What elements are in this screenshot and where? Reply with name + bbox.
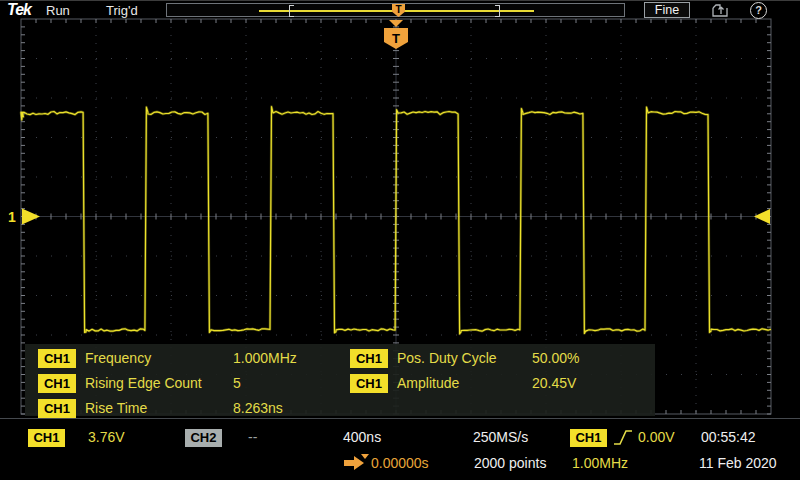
channel1-position-marker[interactable] <box>22 209 40 225</box>
trigger-flag-letter: T <box>392 31 400 46</box>
measurement-value: 1.000MHz <box>233 350 297 366</box>
horizontal-position-readout[interactable]: 0.00000s <box>371 455 429 471</box>
trigger-level-marker[interactable] <box>754 209 770 224</box>
date-readout: 11 Feb 2020 <box>699 455 777 471</box>
rising-edge-slope-icon[interactable] <box>611 428 634 447</box>
measurement-label: Rise Time <box>85 400 147 416</box>
channel-badge: CH1 <box>38 399 76 418</box>
measurement-value: 20.45V <box>532 375 576 391</box>
ch2-readout-badge[interactable]: CH2 <box>185 429 222 447</box>
channel-badge: CH1 <box>38 349 76 368</box>
clock-time: 00:55:42 <box>701 429 756 445</box>
help-icon[interactable]: ? <box>750 2 767 19</box>
measurement-column-right: CH1 Pos. Duty Cycle 50.00% CH1 Amplitude… <box>350 344 650 416</box>
trigger-position-marker-icon[interactable]: T <box>392 4 405 17</box>
measurement-row[interactable]: CH1 Rise Time 8.263ns <box>38 399 338 418</box>
measurement-row[interactable]: CH1 Amplitude 20.45V <box>350 374 650 393</box>
measurement-row[interactable]: CH1 Pos. Duty Cycle 50.00% <box>350 349 650 368</box>
window-bracket-right <box>495 5 500 17</box>
horizontal-position-arrow-icon <box>342 454 369 471</box>
measurement-panel: CH1 Frequency 1.000MHz CH1 Rising Edge C… <box>25 344 655 416</box>
measurement-row[interactable]: CH1 Rising Edge Count 5 <box>38 374 338 393</box>
channel-badge: CH1 <box>350 374 388 393</box>
measurement-value: 50.00% <box>532 350 579 366</box>
fine-button[interactable]: Fine <box>644 2 690 18</box>
measurement-label: Frequency <box>85 350 151 366</box>
trigger-position-arrow-icon <box>389 20 403 27</box>
measurement-value: 5 <box>233 375 241 391</box>
trigger-status: Trig'd <box>106 3 138 18</box>
measurement-value: 8.263ns <box>233 400 283 416</box>
top-bar: Tek Run Trig'd T Fine ? <box>0 1 800 19</box>
record-length-readout: 2000 points <box>474 455 546 471</box>
window-bracket-left <box>289 5 294 17</box>
save-icon[interactable] <box>711 3 730 18</box>
measurement-label: Amplitude <box>397 375 459 391</box>
acquisition-preview-bar[interactable]: T <box>166 3 625 17</box>
measurement-row[interactable]: CH1 Frequency 1.000MHz <box>38 349 338 368</box>
measurement-label: Rising Edge Count <box>85 375 202 391</box>
sample-rate-readout: 250MS/s <box>473 429 528 445</box>
timebase-readout[interactable]: 400ns <box>343 429 381 445</box>
oscilloscope-screen: 1T Tek Run Trig'd T Fine ? CH1 Frequency… <box>0 0 800 480</box>
ch1-vertical-scale[interactable]: 3.76V <box>88 429 125 445</box>
trigger-level-readout[interactable]: 0.00V <box>638 429 675 445</box>
tek-logo: Tek <box>7 1 31 19</box>
ch1-readout-badge[interactable]: CH1 <box>28 429 65 447</box>
measurement-column-left: CH1 Frequency 1.000MHz CH1 Rising Edge C… <box>38 344 338 416</box>
status-bar: CH1 3.76V CH2 -- 400ns 250MS/s CH1 0.00V… <box>0 418 800 480</box>
channel1-marker-label: 1 <box>8 209 16 225</box>
trigger-source-badge[interactable]: CH1 <box>570 429 607 447</box>
channel-badge: CH1 <box>350 349 388 368</box>
acquisition-status: Run <box>46 3 70 18</box>
trigger-frequency-readout: 1.00MHz <box>572 455 628 471</box>
measurement-label: Pos. Duty Cycle <box>397 350 497 366</box>
channel-badge: CH1 <box>38 374 76 393</box>
ch2-vertical-scale[interactable]: -- <box>248 429 257 445</box>
